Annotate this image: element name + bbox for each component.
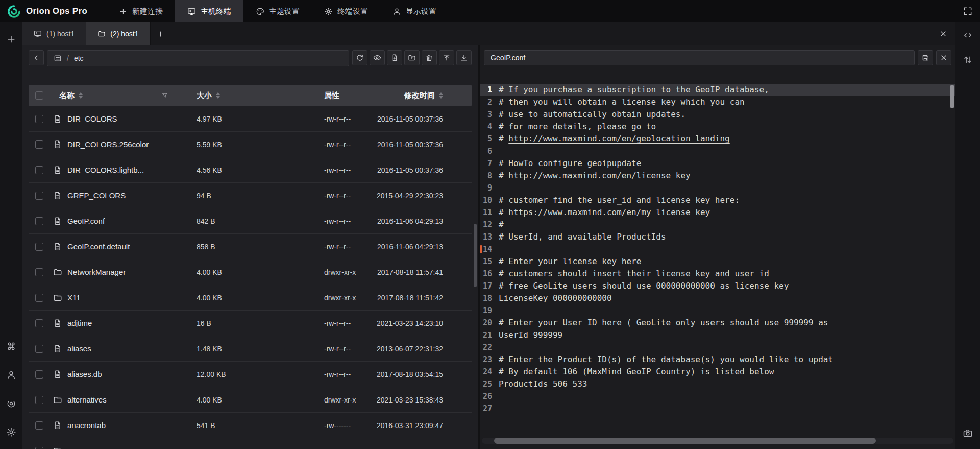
row-checkbox[interactable]	[35, 294, 43, 302]
line-number: 19	[480, 304, 492, 317]
row-checkbox[interactable]	[35, 115, 43, 123]
refresh-button[interactable]	[352, 50, 368, 65]
table-row[interactable]: aliases.db12.00 KB-rw-r--r--2017-08-18 0…	[29, 362, 472, 387]
line-text: # http://www.maxmind.com/en/license_key	[499, 170, 691, 182]
menu-item-terminal-settings[interactable]: 终端设置	[312, 0, 380, 22]
row-checkbox[interactable]	[35, 370, 43, 379]
new-file-button[interactable]	[387, 50, 402, 65]
table-row[interactable]: NetworkManager4.00 KBdrwxr-xr-x2017-08-1…	[29, 259, 472, 285]
row-checkbox[interactable]	[35, 447, 43, 449]
menu-item-new-connection[interactable]: 新建连接	[107, 0, 175, 22]
row-checkbox[interactable]	[35, 217, 43, 225]
editor-hscrollbar[interactable]	[482, 438, 953, 444]
row-select-cell	[29, 234, 51, 259]
code-line: 25ProductIds 506 533	[480, 378, 955, 390]
table-row[interactable]	[29, 438, 472, 449]
add-connection-button[interactable]	[1, 31, 21, 48]
file-name-cell: DIR_COLORS	[51, 106, 174, 131]
code-link[interactable]: http://www.maxmind.com/en/license_key	[508, 171, 690, 180]
close-editor-button[interactable]	[936, 50, 951, 65]
table-row[interactable]: adjtime16 B-rw-r--r--2021-03-23 14:23:10	[29, 311, 472, 336]
row-checkbox[interactable]	[35, 243, 43, 251]
select-all-checkbox[interactable]	[35, 91, 43, 100]
row-checkbox[interactable]	[35, 345, 43, 353]
terminal-icon	[187, 7, 196, 16]
editor-vscrollbar[interactable]	[950, 85, 954, 108]
file-mtime-cell: 2013-06-07 22:31:32	[373, 336, 472, 361]
code-line: 10# customer find the user_id and licens…	[480, 194, 955, 206]
row-select-cell	[29, 208, 51, 233]
tab-1[interactable]: (1) host1	[22, 22, 86, 45]
code-area[interactable]: 1# If you purchase a subscription to the…	[480, 84, 955, 437]
table-row[interactable]: DIR_COLORS.256color5.59 KB-rw-r--r--2016…	[29, 132, 472, 157]
new-folder-button[interactable]	[404, 50, 420, 65]
file-name: anacrontab	[67, 421, 106, 430]
table-row[interactable]: DIR_COLORS4.97 KB-rw-r--r--2016-11-05 00…	[29, 106, 472, 132]
settings-button[interactable]	[1, 423, 21, 441]
row-checkbox[interactable]	[35, 319, 43, 327]
menu-item-theme-settings[interactable]: 主题设置	[243, 0, 312, 22]
file-icon	[53, 114, 62, 124]
row-checkbox[interactable]	[35, 396, 43, 404]
code-link[interactable]: http://www.maxmind.com/en/geolocation_la…	[508, 134, 729, 144]
file-attr-cell: -rw-r--r--	[301, 234, 373, 259]
column-header-attr: 属性	[301, 85, 373, 106]
code-line: 20# Enter your User ID here ( GeoLite on…	[480, 317, 955, 329]
fullscreen-button[interactable]	[955, 0, 980, 22]
delete-button[interactable]	[422, 50, 437, 65]
code-view-button[interactable]	[958, 27, 978, 44]
table-row[interactable]: DIR_COLORS.lightb...4.56 KB-rw-r--r--201…	[29, 157, 472, 183]
upload-button[interactable]	[439, 50, 454, 65]
transfer-list-button[interactable]	[958, 51, 978, 68]
table-row[interactable]: alternatives4.00 KBdrwxr-xr-x2021-03-23 …	[29, 387, 472, 413]
row-select-cell	[29, 413, 51, 438]
row-checkbox[interactable]	[35, 421, 43, 430]
preview-button[interactable]	[370, 50, 385, 65]
new-tab-button[interactable]	[151, 22, 171, 45]
code-icon	[963, 30, 973, 40]
row-checkbox[interactable]	[35, 268, 43, 276]
brand-ring-button[interactable]	[1, 395, 21, 412]
file-list-scroll-thumb[interactable]	[474, 224, 477, 287]
swap-vertical-icon	[963, 55, 973, 65]
menu-item-host-terminal[interactable]: 主机终端	[175, 0, 243, 22]
save-file-button[interactable]	[918, 50, 933, 65]
table-row[interactable]: GREP_COLORS94 B-rw-r--r--2015-04-29 22:3…	[29, 183, 472, 208]
table-row[interactable]: anacrontab541 B-rw-------2016-03-31 23:0…	[29, 413, 472, 438]
row-select-cell	[29, 183, 51, 208]
breadcrumb[interactable]: /etc	[47, 50, 349, 66]
row-checkbox[interactable]	[35, 166, 43, 174]
table-row[interactable]: GeoIP.conf842 B-rw-r--r--2016-11-06 04:2…	[29, 208, 472, 234]
table-row[interactable]: GeoIP.conf.default858 B-rw-r--r--2016-11…	[29, 234, 472, 259]
close-tabs-button[interactable]	[934, 22, 952, 45]
file-name: adjtime	[67, 319, 92, 327]
editor-filename[interactable]: GeoIP.conf	[484, 50, 915, 65]
user-icon	[6, 370, 16, 380]
row-checkbox[interactable]	[35, 140, 43, 149]
screenshot-button[interactable]	[958, 424, 978, 442]
user-icon	[393, 7, 401, 16]
back-button[interactable]	[29, 50, 44, 65]
path-segment[interactable]: etc	[74, 54, 84, 62]
column-header-size[interactable]: 大小	[174, 85, 301, 106]
tab-2[interactable]: (2) host1	[86, 22, 150, 45]
filter-icon[interactable]	[161, 92, 168, 99]
download-button[interactable]	[456, 50, 472, 65]
code-link[interactable]: https://www.maxmind.com/en/my_license_ke…	[508, 207, 710, 217]
file-mtime-cell: 2021-03-23 14:23:10	[373, 311, 472, 336]
table-row[interactable]: X114.00 KBdrwxr-xr-x2017-08-18 11:51:42	[29, 285, 472, 311]
editor-hscroll-thumb[interactable]	[494, 438, 876, 444]
table-row[interactable]: aliases1.48 KB-rw-r--r--2013-06-07 22:31…	[29, 336, 472, 362]
row-checkbox[interactable]	[35, 192, 43, 200]
file-list-scrollbar[interactable]	[474, 224, 477, 287]
line-text: # http://www.maxmind.com/en/geolocation_…	[499, 133, 730, 145]
shortcuts-button[interactable]	[1, 338, 21, 355]
users-button[interactable]	[1, 366, 21, 384]
sort-carets-icon	[216, 92, 220, 99]
code-line: 14	[480, 243, 955, 255]
column-header-mtime[interactable]: 修改时间	[373, 85, 472, 106]
menu-item-display-settings[interactable]: 显示设置	[380, 0, 449, 22]
column-header-name[interactable]: 名称	[51, 85, 174, 106]
file-icon	[53, 242, 62, 251]
plus-icon	[157, 30, 164, 38]
